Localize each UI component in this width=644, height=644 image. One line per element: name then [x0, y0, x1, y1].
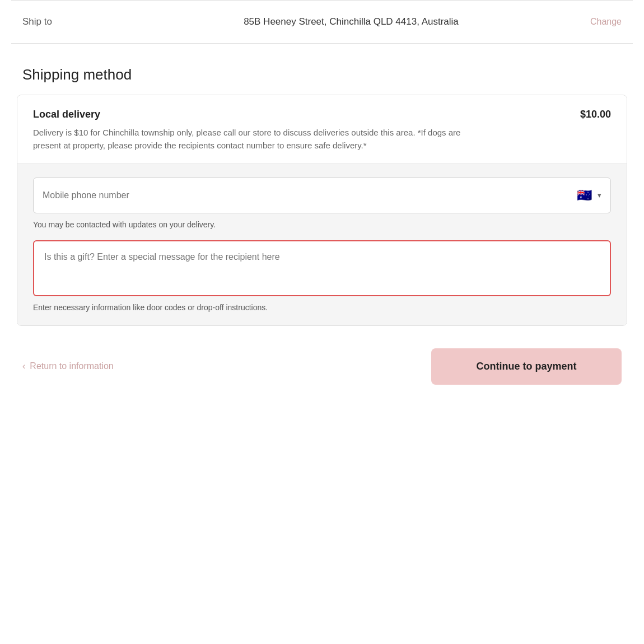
phone-input[interactable]	[43, 190, 574, 200]
australia-flag-icon: 🇦🇺	[574, 189, 594, 202]
shipping-method-heading: Shipping method	[11, 60, 633, 95]
ship-to-label: Ship to	[22, 16, 112, 27]
country-code-dropdown[interactable]: 🇦🇺 ▾	[574, 189, 601, 202]
return-to-information-button[interactable]: ‹ Return to information	[22, 361, 114, 371]
gift-message-wrapper	[33, 240, 611, 296]
return-link-label: Return to information	[30, 361, 113, 371]
return-chevron-icon: ‹	[22, 361, 25, 371]
gift-message-hint: Enter necessary information like door co…	[33, 303, 611, 312]
delivery-note: You may be contacted with updates on you…	[33, 220, 611, 229]
local-delivery-row: Local delivery Delivery is $10 for Chinc…	[17, 95, 627, 164]
local-delivery-price: $10.00	[580, 109, 611, 120]
local-delivery-title: Local delivery	[33, 109, 569, 120]
local-delivery-description: Delivery is $10 for Chinchilla township …	[33, 126, 481, 152]
ship-to-change-button[interactable]: Change	[590, 17, 622, 27]
continue-to-payment-button[interactable]: Continue to payment	[431, 348, 622, 385]
delivery-form-section: 🇦🇺 ▾ You may be contacted with updates o…	[17, 164, 627, 325]
ship-to-section: Ship to 85B Heeney Street, Chinchilla QL…	[11, 0, 633, 44]
ship-to-address: 85B Heeney Street, Chinchilla QLD 4413, …	[112, 16, 590, 27]
gift-message-input[interactable]	[44, 250, 600, 284]
dropdown-chevron-icon: ▾	[598, 191, 601, 199]
footer-section: ‹ Return to information Continue to paym…	[11, 326, 633, 402]
phone-input-wrapper: 🇦🇺 ▾	[33, 178, 611, 213]
page-container: Ship to 85B Heeney Street, Chinchilla QL…	[0, 0, 644, 644]
shipping-method-card: Local delivery Delivery is $10 for Chinc…	[17, 95, 627, 326]
local-delivery-info: Local delivery Delivery is $10 for Chinc…	[33, 109, 569, 152]
